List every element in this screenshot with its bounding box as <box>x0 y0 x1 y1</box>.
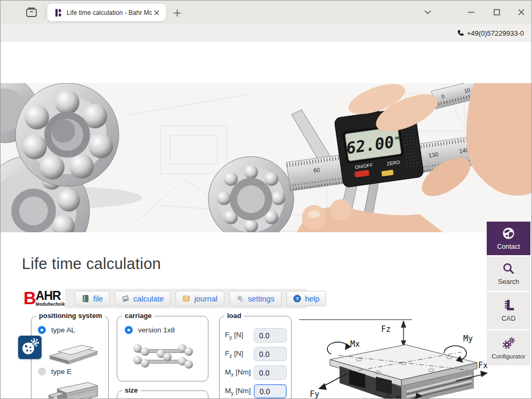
svg-text:?: ? <box>296 296 299 302</box>
radio-type-al[interactable]: type AL <box>38 326 75 334</box>
radio-selected-icon[interactable] <box>38 326 46 334</box>
force-diagram: Fz Mx My Fy Fx M <box>297 314 489 399</box>
bahr-favicon <box>54 9 62 17</box>
gears-icon <box>502 336 515 350</box>
size-group: size <box>117 390 208 399</box>
help-button[interactable]: ? help <box>286 291 326 306</box>
load-row-fy: Fy [N] <box>225 328 288 343</box>
carriage-group: carriage version 1x8 <box>117 316 208 381</box>
phone-icon <box>456 29 464 37</box>
journal-icon <box>182 295 190 303</box>
svg-text:60: 60 <box>313 166 320 174</box>
calculator-icon <box>122 295 130 303</box>
calculator-toolbar: B AHR Modultechnik file calculat <box>23 289 307 308</box>
svg-text:130: 130 <box>428 151 439 158</box>
maximize-button[interactable] <box>489 6 505 19</box>
mx-input[interactable] <box>254 365 287 380</box>
fz-input[interactable] <box>254 347 287 361</box>
radio-selected-icon[interactable] <box>125 326 133 334</box>
tab-bar-divider <box>45 6 45 19</box>
close-button[interactable] <box>513 6 529 19</box>
calculate-button[interactable]: calculate <box>115 291 171 306</box>
settings-icon <box>236 295 244 303</box>
top-contact-bar: +49(0)57229933-0 <box>1 24 531 42</box>
radio-type-e[interactable]: type E <box>38 368 71 376</box>
positioning-system-group: positioning system type AL type E <box>31 316 109 399</box>
label-mx: Mx <box>350 339 360 349</box>
load-row-mx: Mx [Nm] <box>225 365 288 380</box>
search-icon <box>502 262 515 275</box>
hero-image: 0 10 20 30 60 130 140 150 <box>1 83 532 232</box>
journal-button[interactable]: journal <box>175 291 224 306</box>
sidebar-configurator-button[interactable]: Configurator <box>487 330 530 365</box>
type-al-image <box>46 338 100 365</box>
browser-tab-bar: Life time calculation - Bahr Moc <box>1 1 531 24</box>
carriage-1x8-image <box>130 340 196 373</box>
ruler-icon <box>502 299 515 312</box>
radio-unselected-icon[interactable] <box>38 368 46 376</box>
cookie-settings-icon <box>18 336 42 359</box>
tab-close-icon[interactable] <box>152 8 162 18</box>
page-title: Life time calculation <box>22 255 161 273</box>
settings-button[interactable]: settings <box>229 291 281 306</box>
browser-tab[interactable]: Life time calculation - Bahr Moc <box>47 4 166 21</box>
tab-list-chevron-icon[interactable] <box>420 6 436 19</box>
sidebar-cad-button[interactable]: CAD <box>487 292 530 329</box>
load-row-fz: Fz [N] <box>225 347 288 361</box>
help-icon: ? <box>293 295 301 303</box>
sidebar-search-button[interactable]: Search <box>487 256 530 291</box>
fy-input[interactable] <box>254 328 287 343</box>
tab-title: Life time calculation - Bahr Moc <box>67 9 152 17</box>
cookie-settings-button[interactable] <box>18 336 42 359</box>
radio-version-1x8[interactable]: version 1x8 <box>125 326 175 334</box>
load-group: load Fy [N] Fz [N] Mx [Nm] My [Nm] <box>219 316 292 399</box>
tab-overview-icon[interactable] <box>26 7 38 17</box>
new-tab-button[interactable] <box>171 7 183 19</box>
globe-icon <box>502 227 515 240</box>
bahr-modultechnik-logo: B AHR Modultechnik <box>23 289 65 308</box>
type-e-image <box>46 378 100 399</box>
label-fz: Fz <box>381 324 391 334</box>
label-fy: Fy <box>310 389 319 399</box>
file-button[interactable]: file <box>75 291 110 306</box>
site-header: IMI IMI Bahr FIELDS OF APPLICATION ▾ PRO… <box>1 42 531 83</box>
browser-window: Life time calculation - Bahr Moc +49(0)5… <box>0 0 532 399</box>
label-my: My <box>463 334 473 344</box>
minimize-button[interactable] <box>463 6 479 19</box>
phone-number[interactable]: +49(0)57229933-0 <box>467 29 524 37</box>
sidebar-contact-button[interactable]: Contact <box>487 222 530 255</box>
my-input[interactable] <box>254 384 287 398</box>
diagram-divider <box>299 319 412 320</box>
label-mz: M <box>396 395 401 399</box>
file-icon <box>82 295 90 303</box>
load-row-my: My [Nm] <box>225 384 288 398</box>
